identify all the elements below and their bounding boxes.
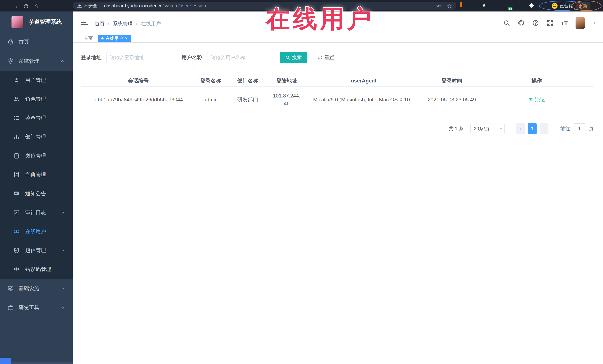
sidebar-item-audit-log[interactable]: 审计日志 [0,203,73,222]
not-secure-warning[interactable]: 不安全 [77,3,97,9]
sidebar: 芋道管理系统 首页 系统管理 用户管理 角色管理 菜单管理 部门管理 [0,11,73,364]
sidebar-item-role-management[interactable]: 角色管理 [0,90,73,109]
trash-icon [528,97,533,102]
table-header-row: 会话编号 登录名称 部门名称 登陆地址 userAgent 登录时间 操作 [81,75,594,87]
sidebar-item-dept-management[interactable]: 部门管理 [0,128,73,146]
sidebar-item-infrastructure[interactable]: 基础设施 [0,279,73,298]
column-header-login-time: 登录时间 [424,77,480,84]
blue-drop-extension-icon[interactable] [471,3,477,9]
browser-extensions: V gn [460,0,534,11]
sidebar-item-label: 部门管理 [25,133,46,141]
green-circle-extension-icon[interactable]: V [483,3,488,9]
cell-user-agent: Mozilla/5.0 (Macintosh; Intel Mac OS X 1… [303,97,424,103]
username-input[interactable] [207,52,274,63]
page-unit-label: 页 [589,125,594,132]
sidebar-item-label: 首页 [19,38,29,45]
sidebar-item-user-management[interactable]: 用户管理 [0,71,73,90]
fullscreen-icon[interactable] [547,20,554,26]
warning-icon [77,3,82,8]
sidebar-item-system-management[interactable]: 系统管理 [0,52,73,71]
column-header-login-ip: 登陆地址 [270,77,303,85]
login-address-input[interactable] [106,52,173,63]
person-extension-icon[interactable] [495,3,499,8]
tab-label: 在线用户 [105,35,123,41]
breadcrumb-separator: / [136,20,138,27]
force-logout-button[interactable]: 强退 [528,96,545,103]
cell-login-ip: 101.87.244.46 [270,92,303,108]
breadcrumb-system-management[interactable]: 系统管理 [113,20,133,27]
sidebar-item-label: 字典管理 [25,171,46,178]
search-icon[interactable] [503,20,510,26]
sidebar-item-sms-management[interactable]: 短信管理 [0,241,73,260]
breadcrumb: 首页 / 系统管理 / 在线用户 [95,20,161,27]
refresh-icon [318,55,323,60]
sidebar-item-home[interactable]: 首页 [0,32,73,52]
database-extension-icon[interactable]: gn [506,3,511,9]
browser-address-bar[interactable]: 不安全 dashboard.yudao.iocoder.cn/system/us… [73,2,456,10]
dict-book-icon [13,172,20,178]
browser-forward-icon[interactable]: → [10,2,21,10]
font-size-icon[interactable]: тT [561,20,568,26]
online-users-icon [13,228,20,235]
sidebar-item-label: 在线用户 [25,228,46,235]
next-page-button[interactable]: › [540,123,548,134]
green-leaf-extension-icon[interactable] [517,3,523,9]
cell-login-time: 2021-05-03 23:05:49 [424,97,480,103]
online-users-table: 会话编号 登录名称 部门名称 登陆地址 userAgent 登录时间 操作 bf… [81,75,594,113]
close-icon[interactable]: × [125,36,128,41]
browser-home-icon[interactable]: ⌂ [31,2,42,10]
sidebar-logo-row[interactable]: 芋道管理系统 [0,11,73,32]
avatar-caret-icon[interactable]: ▼ [593,21,596,25]
help-icon[interactable] [532,20,539,26]
sidebar-item-online-users[interactable]: 在线用户 [0,222,73,241]
password-key-icon[interactable] [436,3,441,9]
flower-extension-icon[interactable] [529,3,534,9]
tab-online-users[interactable]: 在线用户 × [98,35,131,42]
sidebar-item-label: 短信管理 [25,247,46,254]
pagination: 共 1 条 20条/页 ▾ ‹ 1 › 前往 页 [449,123,594,134]
tab-home[interactable]: 首页 [81,35,96,42]
github-icon[interactable] [518,20,524,26]
sidebar-item-label: 角色管理 [25,96,46,103]
sidebar-toggle-icon[interactable] [81,20,88,26]
sidebar-item-label: 研发工具 [19,304,39,311]
goto-label: 前往 [560,125,570,132]
chevron-down-icon [60,248,65,253]
browser-back-icon[interactable]: ← [0,2,10,10]
avatar[interactable] [576,17,585,29]
sidebar-item-notice[interactable]: 通知公告 [0,184,73,203]
search-icon [285,55,290,60]
sidebar-item-error-code-management[interactable]: </> 错误码管理 [0,260,73,279]
goto-page-input[interactable] [573,123,586,134]
search-button-label: 搜索 [292,54,302,61]
column-header-actions: 操作 [480,77,594,84]
browser-menu-kebab-icon[interactable]: ⋮ [593,5,597,7]
browser-update-group: 更新 ⋮ [571,0,602,11]
cell-department: 研发部门 [225,96,270,103]
orange-ring-extension-icon[interactable] [460,3,465,9]
page-size-select[interactable]: 20条/页 ▾ [470,123,505,134]
update-button[interactable]: 更新 [576,2,590,10]
breadcrumb-home[interactable]: 首页 [95,20,105,27]
sidebar-item-menu-management[interactable]: 菜单管理 [0,109,73,128]
prev-page-button[interactable]: ‹ [516,123,525,134]
sidebar-item-dev-tools[interactable]: 研发工具 [0,298,73,317]
url-path: /system/user-session [162,3,206,9]
sidebar-item-post-management[interactable]: 岗位管理 [0,146,73,165]
bookmark-star-icon[interactable]: ☆ [447,3,452,9]
search-button[interactable]: 搜索 [280,52,307,63]
page-number-button[interactable]: 1 [528,123,537,134]
tab-label: 首页 [84,35,93,41]
sidebar-item-dict-management[interactable]: 字典管理 [0,165,73,184]
reset-button[interactable]: 重置 [313,52,339,63]
user-icon [13,77,20,83]
page: ← → ⌂ 不安全 dashboard.yudao.iocoder.cn/sys… [0,0,603,364]
browser-reload-icon[interactable] [21,2,31,10]
sidebar-item-label: 通知公告 [25,190,46,197]
roles-icon [13,96,20,102]
pagination-total: 共 1 条 [449,125,464,132]
gear-icon [7,58,14,64]
app-logo-image [12,16,23,28]
column-header-session-id: 会话编号 [81,77,196,84]
error-code-icon: </> [13,266,20,272]
